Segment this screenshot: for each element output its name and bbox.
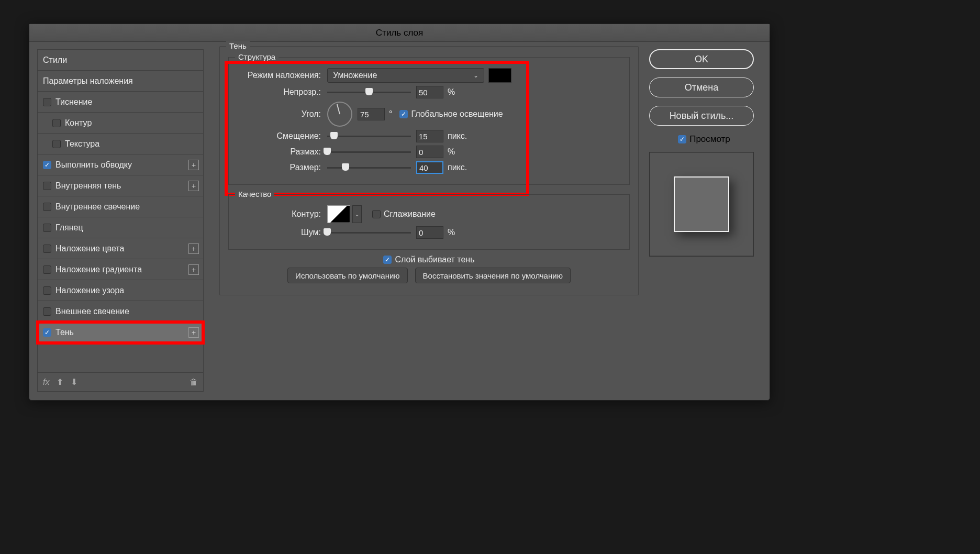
preview-label: Просмотр xyxy=(689,134,730,145)
style-label: Внутренняя тень xyxy=(55,181,121,191)
noise-input[interactable] xyxy=(416,226,443,239)
global-light-checkbox[interactable] xyxy=(399,110,408,118)
style-label: Внешнее свечение xyxy=(55,307,129,316)
angle-input[interactable] xyxy=(358,108,385,120)
preview-inner xyxy=(674,176,729,232)
styles-sidebar: Стили Параметры наложения ТиснениеКонтур… xyxy=(29,42,204,400)
new-style-button[interactable]: Новый стиль... xyxy=(649,106,754,126)
opacity-unit: % xyxy=(448,87,455,97)
style-row-тиснение[interactable]: Тиснение xyxy=(38,92,203,113)
opacity-input[interactable] xyxy=(416,86,443,98)
size-unit: пикс. xyxy=(448,163,467,172)
style-label: Наложение градиента xyxy=(55,265,142,274)
style-row-наложение-градиента[interactable]: Наложение градиента+ xyxy=(38,259,203,280)
trash-icon[interactable]: 🗑 xyxy=(190,378,198,387)
distance-label: Смещение: xyxy=(237,131,321,141)
styles-header[interactable]: Стили xyxy=(38,50,203,71)
style-checkbox[interactable] xyxy=(43,307,51,316)
preview-thumbnail xyxy=(649,152,754,257)
style-row-контур[interactable]: Контур xyxy=(38,113,203,134)
style-checkbox[interactable] xyxy=(43,203,51,211)
distance-input[interactable] xyxy=(416,130,443,142)
noise-label: Шум: xyxy=(237,228,321,237)
opacity-slider[interactable] xyxy=(327,87,411,97)
blending-options-row[interactable]: Параметры наложения xyxy=(38,71,203,92)
style-row-внутренняя-тень[interactable]: Внутренняя тень+ xyxy=(38,175,203,196)
settings-panel: Тень Структура Режим наложения: Умножени… xyxy=(204,42,649,400)
dialog-title: Стиль слоя xyxy=(29,24,770,42)
style-checkbox[interactable] xyxy=(43,224,51,232)
spread-slider[interactable] xyxy=(327,147,411,157)
opacity-label: Непрозр.: xyxy=(237,87,321,97)
preview-checkbox[interactable] xyxy=(678,135,686,143)
styles-header-label: Стили xyxy=(43,56,67,65)
antialias-label: Сглаживание xyxy=(384,209,436,219)
cancel-button[interactable]: Отмена xyxy=(649,77,754,97)
blending-options-label: Параметры наложения xyxy=(43,76,133,86)
style-label: Выполнить обводку xyxy=(55,160,132,170)
angle-dial[interactable] xyxy=(327,102,352,127)
structure-legend: Структура xyxy=(235,52,279,61)
style-label: Наложение цвета xyxy=(55,244,124,253)
quality-group: Качество Контур: ⌄ Сглаживание Шум: % xyxy=(228,194,630,250)
size-input[interactable] xyxy=(416,161,443,174)
style-label: Контур xyxy=(65,118,92,128)
distance-slider[interactable] xyxy=(327,131,411,141)
shadow-color-swatch[interactable] xyxy=(488,68,511,83)
quality-legend: Качество xyxy=(235,190,274,198)
shadow-section: Тень Структура Режим наложения: Умножени… xyxy=(219,46,639,295)
style-row-наложение-узора[interactable]: Наложение узора xyxy=(38,280,203,301)
style-checkbox[interactable] xyxy=(43,265,51,274)
chevron-down-icon: ⌄ xyxy=(473,72,478,79)
style-checkbox[interactable] xyxy=(43,245,51,253)
add-effect-icon[interactable]: + xyxy=(188,243,199,254)
contour-dropdown[interactable]: ⌄ xyxy=(352,205,362,223)
spread-unit: % xyxy=(448,147,455,157)
styles-footer: fx ⬆ ⬇ 🗑 xyxy=(38,372,203,391)
spread-input[interactable] xyxy=(416,146,443,158)
dialog-right-column: OK Отмена Новый стиль... Просмотр xyxy=(649,42,770,400)
style-row-тень[interactable]: Тень+ xyxy=(38,322,203,343)
style-checkbox[interactable] xyxy=(52,119,61,127)
section-title: Тень xyxy=(226,41,250,50)
knockout-checkbox[interactable] xyxy=(383,256,392,264)
style-row-текстура[interactable]: Текстура xyxy=(38,134,203,154)
fx-icon[interactable]: fx xyxy=(43,378,49,387)
spread-label: Размах: xyxy=(237,147,321,157)
ok-button[interactable]: OK xyxy=(649,49,754,69)
antialias-checkbox[interactable] xyxy=(372,210,381,218)
style-checkbox[interactable] xyxy=(43,328,51,337)
blend-mode-label: Режим наложения: xyxy=(237,71,321,80)
style-checkbox[interactable] xyxy=(52,140,61,148)
style-row-наложение-цвета[interactable]: Наложение цвета+ xyxy=(38,238,203,259)
blend-mode-select[interactable]: Умножение ⌄ xyxy=(327,68,484,83)
noise-unit: % xyxy=(448,228,455,237)
style-label: Тиснение xyxy=(55,97,92,107)
style-label: Тень xyxy=(55,328,74,337)
style-label: Текстура xyxy=(65,139,99,149)
reset-default-button[interactable]: Восстановить значения по умолчанию xyxy=(415,268,571,283)
style-row-внешнее-свечение[interactable]: Внешнее свечение xyxy=(38,301,203,322)
move-down-icon[interactable]: ⬇ xyxy=(71,377,77,387)
move-up-icon[interactable]: ⬆ xyxy=(57,377,63,387)
contour-preview[interactable] xyxy=(327,205,350,223)
size-slider[interactable] xyxy=(327,162,411,173)
style-label: Глянец xyxy=(55,223,83,232)
style-checkbox[interactable] xyxy=(43,98,51,106)
make-default-button[interactable]: Использовать по умолчанию xyxy=(287,268,407,283)
style-row-внутреннее-свечение[interactable]: Внутреннее свечение xyxy=(38,196,203,217)
angle-label: Угол: xyxy=(237,109,321,119)
add-effect-icon[interactable]: + xyxy=(188,181,199,191)
contour-label: Контур: xyxy=(237,209,321,219)
noise-slider[interactable] xyxy=(327,227,411,238)
angle-unit: ° xyxy=(389,109,392,119)
style-row-глянец[interactable]: Глянец xyxy=(38,217,203,238)
add-effect-icon[interactable]: + xyxy=(188,264,199,275)
style-row-выполнить-обводку[interactable]: Выполнить обводку+ xyxy=(38,154,203,175)
layer-style-dialog: Стиль слоя Стили Параметры наложения Тис… xyxy=(29,24,770,401)
add-effect-icon[interactable]: + xyxy=(188,327,199,338)
style-checkbox[interactable] xyxy=(43,182,51,190)
style-checkbox[interactable] xyxy=(43,161,51,169)
add-effect-icon[interactable]: + xyxy=(188,160,199,170)
style-checkbox[interactable] xyxy=(43,286,51,295)
